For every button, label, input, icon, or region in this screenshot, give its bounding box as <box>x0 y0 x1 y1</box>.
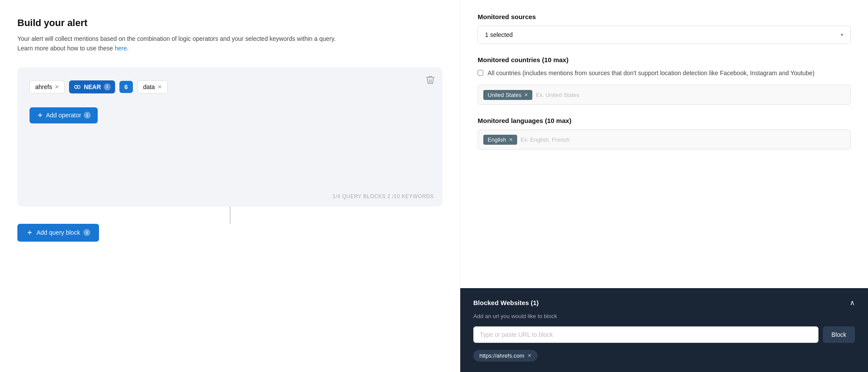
query-stats: 1/4 QUERY BLOCKS 2 /10 KEYWORDS <box>333 193 434 199</box>
countries-placeholder: Ex. United States <box>536 92 579 98</box>
blocked-panel-desc: Add an url you would like to block <box>473 313 855 319</box>
url-input[interactable] <box>473 326 818 343</box>
add-query-info-dot: i <box>83 229 90 236</box>
near-operator[interactable]: NEAR i <box>69 80 115 93</box>
monitored-languages-title: Monitored languages (10 max) <box>478 117 851 124</box>
description-text: Your alert will collect mentions based o… <box>17 35 336 42</box>
keyword-data-text: data <box>143 83 155 90</box>
page-title: Build your alert <box>17 17 442 29</box>
near-icon <box>73 83 81 91</box>
country-chip-us: United States ✕ <box>483 90 532 100</box>
add-query-label: Add query block <box>36 229 80 236</box>
connector-line <box>230 206 231 224</box>
language-chip-en-text: English <box>488 136 506 143</box>
monitored-countries-title: Monitored countries (10 max) <box>478 56 851 63</box>
languages-placeholder: Ex: English, French <box>521 136 570 143</box>
all-countries-label: All countries (includes mentions from so… <box>488 69 815 78</box>
blocked-panel-collapse-icon[interactable]: ∧ <box>850 299 855 307</box>
learn-more-link[interactable]: here <box>115 45 127 52</box>
all-countries-checkbox[interactable] <box>478 70 483 76</box>
blocked-url-ahrefs: https://ahrefs.com ✕ <box>473 350 538 362</box>
monitored-sources-dropdown[interactable]: 1 selected ▾ <box>478 26 851 44</box>
learn-more-prefix: Learn more about how to use these <box>17 45 115 52</box>
language-chip-en: English ✕ <box>483 135 517 145</box>
query-block: ahrefs ✕ NEAR i 6 data ✕ <box>17 67 442 206</box>
add-operator-plus-icon: ＋ <box>36 111 43 120</box>
connector <box>17 206 442 224</box>
add-operator-button[interactable]: ＋ Add operator i <box>30 107 98 123</box>
keyword-data-close[interactable]: ✕ <box>158 84 162 90</box>
learn-more-suffix: . <box>127 45 129 52</box>
blocked-websites-panel: Blocked Websites (1) ∧ Add an url you wo… <box>460 288 868 372</box>
monitored-sources-title: Monitored sources <box>478 13 851 20</box>
near-number[interactable]: 6 <box>119 81 133 93</box>
add-operator-label: Add operator <box>46 112 81 119</box>
add-operator-info-dot: i <box>84 112 91 119</box>
language-chip-en-close[interactable]: ✕ <box>509 137 513 143</box>
near-info-dot: i <box>104 83 111 90</box>
keyword-ahrefs-text: ahrefs <box>35 83 52 90</box>
add-query-block-button[interactable]: ＋ Add query block i <box>17 224 99 242</box>
near-operator-label: NEAR <box>84 83 101 90</box>
keyword-ahrefs: ahrefs ✕ <box>30 80 65 93</box>
right-panel-top: Monitored sources 1 selected ▾ Monitored… <box>460 0 868 288</box>
all-countries-row: All countries (includes mentions from so… <box>478 69 851 78</box>
blocked-url-ahrefs-text: https://ahrefs.com <box>479 352 524 359</box>
left-panel: Build your alert Your alert will collect… <box>0 0 460 372</box>
blocked-panel-title: Blocked Websites (1) <box>473 299 539 306</box>
query-block-inner: ahrefs ✕ NEAR i 6 data ✕ <box>30 80 430 93</box>
right-panel: Monitored sources 1 selected ▾ Monitored… <box>460 0 868 372</box>
blocked-url-ahrefs-close[interactable]: ✕ <box>528 353 531 359</box>
country-chip-us-close[interactable]: ✕ <box>524 92 528 98</box>
countries-tag-input[interactable]: United States ✕ Ex. United States <box>478 85 851 105</box>
delete-block-button[interactable] <box>426 75 435 87</box>
monitored-sources-value: 1 selected <box>485 31 513 38</box>
keyword-ahrefs-close[interactable]: ✕ <box>55 84 59 90</box>
url-input-row: Block <box>473 326 855 343</box>
page-description: Your alert will collect mentions based o… <box>17 34 442 53</box>
chevron-down-icon: ▾ <box>841 32 843 38</box>
blocked-urls-list: https://ahrefs.com ✕ <box>473 350 855 362</box>
keyword-data: data ✕ <box>137 80 167 93</box>
languages-tag-input[interactable]: English ✕ Ex: English, French <box>478 130 851 149</box>
blocked-panel-header: Blocked Websites (1) ∧ <box>473 299 855 307</box>
add-query-plus-icon: ＋ <box>26 228 33 237</box>
block-button[interactable]: Block <box>823 326 855 343</box>
country-chip-us-text: United States <box>488 92 521 98</box>
